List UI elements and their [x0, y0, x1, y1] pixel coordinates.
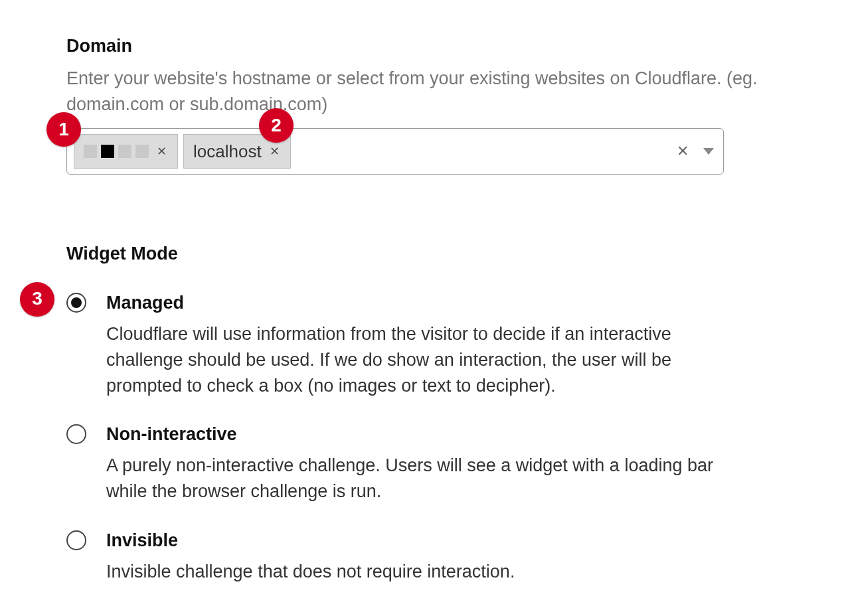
radio-managed[interactable]	[66, 293, 86, 313]
chevron-down-icon[interactable]	[703, 148, 714, 155]
close-icon[interactable]: ✕	[155, 143, 168, 160]
radio-label-invisible: Invisible	[106, 528, 784, 554]
domain-title: Domain	[66, 33, 784, 59]
radio-option-non-interactive[interactable]: Non-interactive A purely non-interactive…	[66, 422, 784, 504]
radio-invisible[interactable]	[66, 530, 86, 550]
radio-desc-non-interactive: A purely non-interactive challenge. User…	[106, 453, 724, 504]
domain-tag-label: localhost	[193, 139, 262, 165]
widget-mode-title: Widget Mode	[66, 241, 784, 267]
domain-tag-redacted[interactable]: ✕	[74, 134, 178, 169]
radio-label-managed: Managed	[106, 290, 784, 316]
close-icon[interactable]: ✕	[268, 143, 281, 160]
annotation-marker-3: 3	[20, 282, 54, 317]
radio-option-invisible[interactable]: Invisible Invisible challenge that does …	[66, 528, 784, 585]
domain-description: Enter your website's hostname or select …	[66, 66, 784, 117]
widget-mode-radio-group: 3 Managed Cloudflare will use informatio…	[66, 290, 784, 585]
domain-multiselect[interactable]: ✕ localhost ✕ ✕	[66, 128, 724, 175]
redacted-label	[84, 145, 149, 158]
domain-section: Domain Enter your website's hostname or …	[66, 33, 784, 175]
radio-desc-invisible: Invisible challenge that does not requir…	[106, 559, 724, 585]
radio-desc-managed: Cloudflare will use information from the…	[106, 321, 724, 399]
radio-non-interactive[interactable]	[66, 424, 86, 444]
radio-label-non-interactive: Non-interactive	[106, 422, 784, 447]
widget-mode-section: Widget Mode 3 Managed Cloudflare will us…	[66, 241, 784, 584]
clear-all-icon[interactable]: ✕	[677, 141, 689, 162]
radio-option-managed[interactable]: 3 Managed Cloudflare will use informatio…	[66, 290, 784, 400]
